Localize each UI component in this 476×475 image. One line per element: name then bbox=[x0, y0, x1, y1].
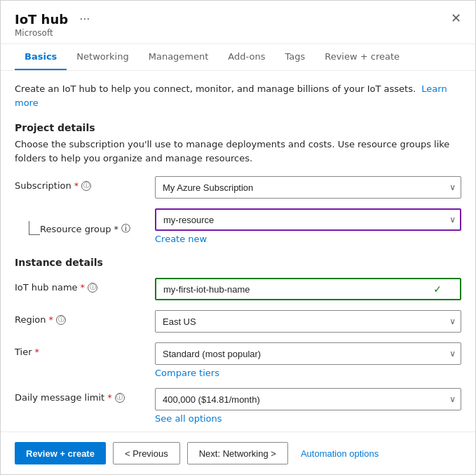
tab-addons[interactable]: Add-ons bbox=[218, 44, 275, 70]
iot-hub-name-wrapper: ✓ bbox=[155, 278, 461, 300]
tab-tags[interactable]: Tags bbox=[275, 44, 315, 70]
region-label: Region * ⓘ bbox=[15, 310, 155, 325]
tab-review-create[interactable]: Review + create bbox=[315, 44, 409, 70]
subscription-select[interactable]: My Azure Subscription bbox=[155, 176, 461, 199]
resource-group-select-wrapper: my-resource ∨ bbox=[155, 208, 461, 231]
dialog-header: IoT hub ··· Microsoft ✕ bbox=[1, 1, 475, 44]
iot-hub-name-input[interactable] bbox=[155, 278, 461, 300]
resource-group-select[interactable]: my-resource bbox=[155, 208, 461, 231]
iot-hub-name-control: ✓ bbox=[155, 278, 461, 300]
project-details-desc: Choose the subscription you'll use to ma… bbox=[15, 138, 461, 165]
automation-options-button[interactable]: Automation options bbox=[295, 448, 384, 459]
iot-hub-name-required: * bbox=[81, 282, 86, 293]
dialog-title: IoT hub bbox=[15, 12, 68, 27]
dialog-footer: Review + create < Previous Next: Network… bbox=[1, 431, 475, 474]
previous-button[interactable]: < Previous bbox=[113, 442, 180, 464]
iot-hub-name-field-row: IoT hub name * ⓘ ✓ bbox=[15, 278, 461, 300]
more-options-icon[interactable]: ··· bbox=[79, 13, 90, 26]
title-subtitle: IoT hub ··· Microsoft bbox=[15, 12, 90, 38]
daily-message-required: * bbox=[107, 392, 112, 403]
resource-group-control: my-resource ∨ Create new bbox=[155, 208, 461, 244]
tier-label: Tier * bbox=[15, 342, 155, 357]
daily-message-select-wrapper: 400,000 ($14.81/month) ∨ bbox=[155, 388, 461, 410]
tab-networking[interactable]: Networking bbox=[67, 44, 138, 70]
resource-group-required: * bbox=[114, 224, 119, 234]
iot-hub-name-info-icon[interactable]: ⓘ bbox=[88, 283, 97, 293]
instance-details-title: Instance details bbox=[15, 257, 461, 268]
next-networking-button[interactable]: Next: Networking > bbox=[187, 442, 288, 464]
tier-control: Standard (most popular) ∨ Compare tiers bbox=[155, 342, 461, 378]
see-all-options-link[interactable]: See all options bbox=[155, 413, 461, 424]
region-required: * bbox=[49, 314, 54, 325]
subscription-select-wrapper: My Azure Subscription ∨ bbox=[155, 176, 461, 199]
main-content: Create an IoT hub to help you connect, m… bbox=[1, 71, 475, 431]
dialog-subtitle: Microsoft bbox=[15, 28, 90, 38]
region-field-row: Region * ⓘ East US ∨ bbox=[15, 310, 461, 333]
resource-group-field-row: Resource group * ⓘ my-resource ∨ Create … bbox=[15, 208, 461, 244]
subscription-required: * bbox=[74, 180, 79, 191]
daily-message-select[interactable]: 400,000 ($14.81/month) bbox=[155, 388, 461, 410]
instance-divider: Instance details bbox=[15, 257, 461, 268]
region-select[interactable]: East US bbox=[155, 310, 461, 333]
iot-hub-name-label: IoT hub name * ⓘ bbox=[15, 278, 155, 293]
subscription-info-icon[interactable]: ⓘ bbox=[81, 181, 91, 191]
subscription-control: My Azure Subscription ∨ bbox=[155, 176, 461, 199]
region-control: East US ∨ bbox=[155, 310, 461, 333]
description-text: Create an IoT hub to help you connect, m… bbox=[15, 82, 461, 109]
daily-message-control: 400,000 ($14.81/month) ∨ See all options bbox=[155, 388, 461, 424]
tab-basics[interactable]: Basics bbox=[15, 44, 67, 70]
resource-group-info-icon[interactable]: ⓘ bbox=[121, 222, 130, 235]
tier-field-row: Tier * Standard (most popular) ∨ Compare… bbox=[15, 342, 461, 378]
tab-management[interactable]: Management bbox=[139, 44, 219, 70]
tab-bar: Basics Networking Management Add-ons Tag… bbox=[1, 44, 475, 71]
daily-message-limit-label: Daily message limit * ⓘ bbox=[15, 388, 155, 403]
region-info-icon[interactable]: ⓘ bbox=[56, 315, 66, 325]
subscription-field-row: Subscription * ⓘ My Azure Subscription ∨ bbox=[15, 176, 461, 199]
resource-indent: Resource group * ⓘ bbox=[15, 208, 155, 235]
title-area: IoT hub ··· Microsoft bbox=[15, 12, 90, 38]
iot-hub-dialog: IoT hub ··· Microsoft ✕ Basics Networkin… bbox=[0, 0, 476, 475]
project-details-title: Project details bbox=[15, 122, 461, 133]
region-select-wrapper: East US ∨ bbox=[155, 310, 461, 333]
tier-select[interactable]: Standard (most popular) bbox=[155, 342, 461, 365]
tier-required: * bbox=[35, 347, 40, 357]
tier-select-wrapper: Standard (most popular) ∨ bbox=[155, 342, 461, 365]
resource-group-label: Resource group * ⓘ bbox=[40, 218, 130, 235]
close-button[interactable]: ✕ bbox=[451, 12, 461, 25]
subscription-label: Subscription * ⓘ bbox=[15, 176, 155, 191]
daily-message-limit-field-row: Daily message limit * ⓘ 400,000 ($14.81/… bbox=[15, 388, 461, 424]
review-create-button[interactable]: Review + create bbox=[15, 442, 106, 464]
create-new-link[interactable]: Create new bbox=[155, 234, 461, 244]
compare-tiers-link[interactable]: Compare tiers bbox=[155, 368, 461, 378]
daily-message-info-icon[interactable]: ⓘ bbox=[115, 393, 125, 403]
